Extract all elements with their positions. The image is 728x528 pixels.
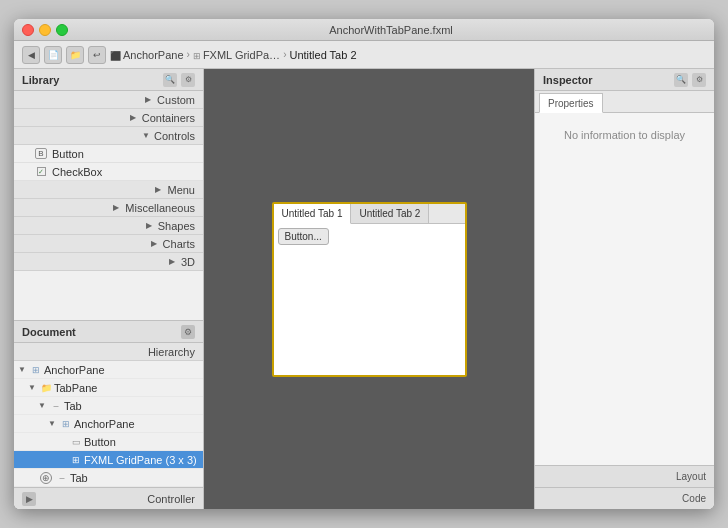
lib-label-menu: Menu [167,184,195,196]
breadcrumb-sep-2: › [283,49,286,60]
hier-label-anchorpane2: AnchorPane [74,418,135,430]
lib-section-custom[interactable]: ▶ Custom [14,91,203,109]
lib-label-charts: Charts [163,238,195,250]
bottom-controller-row: ▶ Controller [14,487,203,509]
main-window: AnchorWithTabPane.fxml ◀ 📄 📁 ↩ ⬛AnchorPa… [14,19,714,509]
hierarchy-list: Document Hierarchy ▼ ⊞ AnchorPane ▼ 📁 Ta… [14,343,203,487]
inspector-search-icon[interactable]: 🔍 [674,73,688,87]
toolbar: ◀ 📄 📁 ↩ ⬛AnchorPane › ⊞FXML GridPa… › Un… [14,41,714,69]
arrow-charts: ▶ [151,239,159,248]
controller-label: Controller [147,493,195,505]
tab2-icon: – [56,472,68,484]
anchorpane2-icon: ⊞ [60,418,72,430]
inspector-panel: Inspector 🔍 ⚙ Properties No information … [534,69,714,509]
tab-content: Button... [274,224,465,375]
lib-item-button[interactable]: B Button [14,145,203,163]
folder-btn[interactable]: 📁 [66,46,84,64]
arrow-tab1: ▼ [38,401,48,410]
lib-section-controls[interactable]: ▼ Controls [14,127,203,145]
settings-icon[interactable]: ⚙ [181,73,195,87]
tab-properties[interactable]: Properties [539,93,603,113]
undo-btn[interactable]: ↩ [88,46,106,64]
arrow-containers: ▶ [130,113,138,122]
arrow-shapes: ▶ [146,221,154,230]
lib-section-shapes[interactable]: ▶ Shapes [14,217,203,235]
arrow-custom: ▶ [145,95,153,104]
hier-anchorpane-root[interactable]: ▼ ⊞ AnchorPane [14,361,203,379]
titlebar: AnchorWithTabPane.fxml [14,19,714,41]
inspector-footer-code: Code [535,487,714,509]
arrow-controls: ▼ [142,131,150,140]
breadcrumb-sep-1: › [187,49,190,60]
close-button[interactable] [22,24,34,36]
left-panel: Library 🔍 ⚙ ▶ Custom ▶ Containers [14,69,204,509]
checkbox-icon: ✓ [34,165,48,179]
hier-tab2[interactable]: ⊕ – Tab [14,469,203,487]
tab-header-1[interactable]: Untitled Tab 1 [274,204,352,224]
add-tab-icon[interactable]: ⊕ [40,472,52,484]
breadcrumb-tab2[interactable]: Untitled Tab 2 [289,49,356,61]
lib-section-containers[interactable]: ▶ Containers [14,109,203,127]
inspector-title: Inspector [543,74,593,86]
arrow-misc: ▶ [113,203,121,212]
lib-section-misc[interactable]: ▶ Miscellaneous [14,199,203,217]
library-header: Library 🔍 ⚙ [14,69,203,91]
hier-label-tab2: Tab [70,472,88,484]
main-content: Library 🔍 ⚙ ▶ Custom ▶ Containers [14,69,714,509]
hierarchy-section: Document ⚙ Document Hierarchy ▼ ⊞ Anchor… [14,320,203,487]
inspector-settings-icon[interactable]: ⚙ [692,73,706,87]
hier-label-button: Button [84,436,116,448]
hier-tab1[interactable]: ▼ – Tab [14,397,203,415]
hier-anchorpane2[interactable]: ▼ ⊞ AnchorPane [14,415,203,433]
arrow-anchorpane-root: ▼ [18,365,28,374]
inspector-header: Inspector 🔍 ⚙ [535,69,714,91]
button-icon: B [34,147,48,161]
hier-label-tab1: Tab [64,400,82,412]
lib-section-menu[interactable]: ▶ Menu [14,181,203,199]
canvas-button[interactable]: Button... [278,228,329,245]
anchorpane-root-icon: ⊞ [30,364,42,376]
lib-section-charts[interactable]: ▶ Charts [14,235,203,253]
lib-label-controls: Controls [154,130,195,142]
arrow-3d: ▶ [169,257,177,266]
back-btn[interactable]: ◀ [22,46,40,64]
lib-label-custom: Custom [157,94,195,106]
footer-code-tab[interactable]: Code [682,493,706,504]
inspector-footer: Layout [535,465,714,487]
tab1-icon: – [50,400,62,412]
lib-label-button: Button [52,148,84,160]
button-hier-icon: ▭ [70,436,82,448]
controller-expand-icon[interactable]: ▶ [22,492,36,506]
minimize-button[interactable] [39,24,51,36]
library-list: ▶ Custom ▶ Containers ▼ Controls B [14,91,203,320]
lib-label-checkbox: CheckBox [52,166,102,178]
search-icon[interactable]: 🔍 [163,73,177,87]
inspector-tab-bar: Properties [535,91,714,113]
breadcrumb-anchor[interactable]: ⬛AnchorPane [110,49,184,61]
arrow-anchorpane2: ▼ [48,419,58,428]
inspector-header-icons: 🔍 ⚙ [674,73,706,87]
footer-layout-tab[interactable]: Layout [676,471,706,482]
tab-headers: Untitled Tab 1 Untitled Tab 2 [274,204,465,224]
tab-header-2[interactable]: Untitled Tab 2 [351,204,429,223]
document-title: Document [22,326,76,338]
breadcrumb-fxml[interactable]: ⊞FXML GridPa… [193,49,280,61]
lib-label-containers: Containers [142,112,195,124]
arrow-tabpane: ▼ [28,383,38,392]
no-info-text: No information to display [543,129,706,141]
tab-pane-widget: Untitled Tab 1 Untitled Tab 2 Button... [272,202,467,377]
lib-label-3d: 3D [181,256,195,268]
hier-label-fxml-grid: FXML GridPane (3 x 3) [84,454,197,466]
file-btn[interactable]: 📄 [44,46,62,64]
lib-section-3d[interactable]: ▶ 3D [14,253,203,271]
maximize-button[interactable] [56,24,68,36]
hier-button[interactable]: ▶ ▭ Button [14,433,203,451]
fxml-grid-icon: ⊞ [70,454,82,466]
document-settings-icon[interactable]: ⚙ [181,325,195,339]
tabpane-icon: 📁 [40,382,52,394]
hierarchy-label-row: Document Hierarchy [14,343,203,361]
lib-item-checkbox[interactable]: ✓ CheckBox [14,163,203,181]
hier-fxml-grid[interactable]: ▶ ⊞ FXML GridPane (3 x 3) [14,451,203,469]
window-title: AnchorWithTabPane.fxml [76,24,706,36]
hier-tabpane[interactable]: ▼ 📁 TabPane [14,379,203,397]
